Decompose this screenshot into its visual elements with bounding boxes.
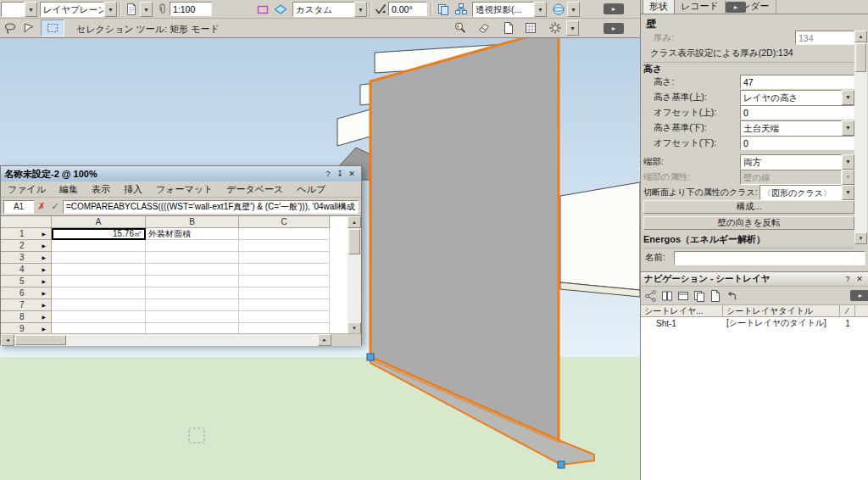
grid-icon[interactable] [522, 20, 539, 36]
offset-top-field[interactable] [740, 105, 854, 120]
toolbar-overflow-button[interactable]: ► [604, 3, 624, 14]
formula-input[interactable] [63, 200, 359, 214]
menu-format[interactable]: フォーマット [149, 183, 220, 196]
row-header[interactable]: 5▶ [1, 276, 52, 287]
close-button[interactable]: ✕ [854, 274, 865, 285]
angle-field[interactable] [388, 2, 427, 16]
magnifier-flash-icon[interactable] [452, 20, 469, 36]
row-header[interactable]: 8▶ [1, 311, 52, 323]
components-button[interactable]: 構成... [643, 200, 854, 214]
below-cut-class-select[interactable]: 〈図形のクラス〉 ▼ [760, 185, 854, 200]
cell[interactable] [239, 299, 330, 311]
navigation-overflow-button[interactable]: ► [850, 290, 868, 301]
horizontal-scrollbar[interactable]: ◄ ► [1, 333, 361, 346]
row-header[interactable]: 9▶ [1, 323, 52, 333]
lasso-tool-icon[interactable] [2, 20, 19, 36]
cell[interactable] [146, 323, 239, 333]
grid-corner-cell[interactable] [1, 216, 52, 228]
cell[interactable] [146, 311, 239, 323]
sheet-layer-title[interactable]: [シートレイヤのタイトル] [723, 317, 840, 329]
selection-handle-bottom-right[interactable] [558, 461, 565, 468]
height-ref-bottom-select[interactable]: 土台天端 ▼ [740, 120, 854, 136]
accept-icon[interactable]: ✓ [49, 200, 61, 214]
scale-field[interactable] [170, 2, 212, 16]
cell[interactable] [52, 299, 146, 311]
vertical-scrollbar[interactable]: ▲ ▼ [348, 216, 361, 333]
name-field[interactable] [674, 251, 865, 265]
cell[interactable] [52, 323, 146, 333]
row-header[interactable]: 2▶ [1, 240, 52, 252]
working-plane-icon[interactable] [254, 1, 271, 18]
oip-scrollbar[interactable]: ▲ ▼ [854, 31, 867, 244]
cell[interactable] [146, 287, 239, 299]
share-nodes-icon[interactable] [643, 288, 659, 304]
horizontal-scroll-thumb[interactable] [15, 335, 66, 345]
tab-shape[interactable]: 形状 [643, 0, 675, 14]
drawing-canvas[interactable]: 名称未設定-2 @ 100% ? ↧ ✕ ファイル 編集 表示 挿入 フォーマッ… [0, 38, 640, 480]
building-mass-right-wall[interactable] [560, 182, 640, 290]
render-options-chevron-icon[interactable]: ▼ [567, 2, 580, 17]
new-page-icon[interactable] [500, 20, 517, 36]
cell[interactable] [146, 252, 239, 264]
tab-record[interactable]: レコード [675, 0, 726, 14]
oip-overflow-button[interactable]: ► [726, 2, 746, 13]
cell[interactable] [52, 240, 146, 252]
cell[interactable] [52, 264, 146, 276]
column-header-sheet-title[interactable]: シートレイヤタイトル [723, 305, 840, 316]
projection-dropdown[interactable]: 透視投影(... ▼ [472, 2, 547, 17]
row-header[interactable]: 6▶ [1, 287, 52, 299]
worksheet-titlebar[interactable]: 名称未設定-2 @ 100% ? ↧ ✕ [1, 166, 361, 181]
hierarchy-icon[interactable] [453, 1, 470, 18]
cell[interactable] [239, 240, 330, 252]
scroll-right-icon[interactable]: ► [318, 334, 331, 346]
help-button[interactable]: ? [322, 169, 334, 180]
scroll-down-icon[interactable]: ▼ [348, 322, 361, 333]
menu-insert[interactable]: 挿入 [117, 183, 149, 196]
column-header-b[interactable]: B [146, 216, 239, 228]
cell[interactable] [146, 264, 239, 276]
worksheet-grid[interactable]: A B C 1▶ 15.76㎡ 外装材面積 2▶ 3▶ 4▶ [1, 215, 361, 333]
row-header[interactable]: 3▶ [1, 252, 52, 264]
cell[interactable] [239, 252, 330, 264]
caps-select[interactable]: 両方 ▼ [740, 154, 854, 170]
column-header-sheet-layer[interactable]: シートレイヤ... [641, 305, 723, 316]
layer-plane-dropdown[interactable]: レイヤプレーン ▼ [40, 2, 117, 17]
cell[interactable] [239, 264, 330, 276]
cell[interactable] [52, 252, 146, 264]
sheet-layer-name[interactable]: Sht-1 [641, 317, 723, 329]
gear-icon[interactable] [547, 20, 564, 36]
book-icon[interactable] [659, 288, 675, 304]
scroll-up-icon[interactable]: ▲ [348, 216, 361, 228]
selection-handle-bottom-left[interactable] [367, 354, 374, 360]
custom-view-dropdown[interactable]: カスタム ▼ [292, 2, 367, 17]
cell[interactable] [239, 311, 330, 323]
layer-plane-icon[interactable] [272, 1, 289, 18]
render-mode-sphere-icon[interactable] [550, 1, 567, 18]
vertical-scroll-thumb[interactable] [348, 229, 360, 254]
eraser-icon[interactable] [476, 20, 492, 36]
polygon-lasso-tool-icon[interactable] [20, 20, 37, 36]
menu-help[interactable]: ヘルプ [290, 183, 332, 196]
close-button[interactable]: ✕ [346, 169, 358, 180]
list-item[interactable]: Sht-1 [シートレイヤのタイトル] 1 [641, 317, 868, 329]
column-header-c[interactable]: C [239, 216, 330, 228]
cell[interactable] [146, 276, 239, 287]
cell[interactable] [52, 287, 146, 299]
navigation-titlebar[interactable]: ナビゲーション - シートレイヤ ? ✕ [641, 272, 868, 287]
paperclip-icon[interactable] [154, 1, 171, 18]
cell[interactable] [52, 276, 146, 287]
cell[interactable] [239, 276, 330, 287]
column-header-a[interactable]: A [52, 216, 146, 228]
cell-b1[interactable]: 外装材面積 [146, 228, 239, 240]
oip-scroll-thumb[interactable] [855, 43, 866, 72]
worksheet-window[interactable]: 名称未設定-2 @ 100% ? ↧ ✕ ファイル 編集 表示 挿入 フォーマッ… [0, 165, 362, 345]
window-icon[interactable] [676, 288, 691, 304]
document-options-chevron-icon[interactable]: ▼ [140, 2, 153, 17]
row-header[interactable]: 7▶ [1, 299, 52, 311]
height-field[interactable] [740, 75, 854, 89]
height-ref-top-select[interactable]: レイヤの高さ ▼ [740, 90, 854, 105]
column-header-sort[interactable]: ∕ [840, 305, 855, 316]
pages-icon[interactable] [692, 288, 707, 304]
settings-chevron-icon[interactable]: ▼ [566, 20, 579, 36]
angle-snap-icon[interactable] [372, 1, 389, 18]
